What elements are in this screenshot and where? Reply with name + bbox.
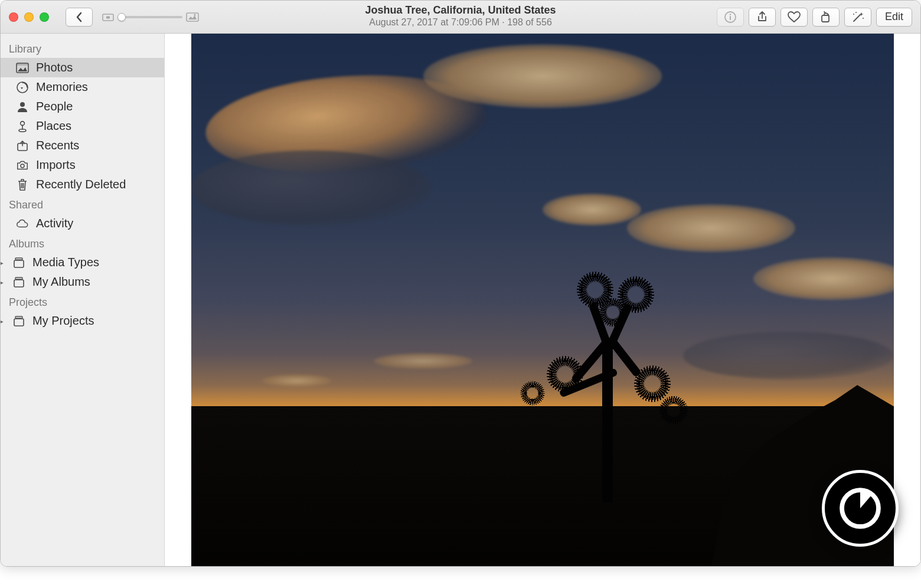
sidebar-item-recently-deleted[interactable]: Recently Deleted: [1, 175, 164, 194]
photo-cloud: [191, 151, 430, 225]
sidebar-item-recents[interactable]: Recents: [1, 136, 164, 155]
close-window-button[interactable]: [9, 12, 18, 22]
stack-icon: [12, 257, 25, 269]
app-window: Joshua Tree, California, United States A…: [0, 0, 921, 567]
sidebar-item-imports[interactable]: Imports: [1, 155, 164, 175]
photo-frame: [165, 34, 920, 566]
section-header-projects: Projects: [1, 292, 164, 311]
svg-rect-24: [14, 319, 24, 326]
sidebar-item-label: Recents: [36, 139, 79, 152]
photo-cloud: [543, 194, 641, 226]
photo-viewer[interactable]: [191, 34, 894, 566]
svg-rect-2: [187, 13, 198, 21]
zoom-out-icon: [102, 12, 114, 22]
chevron-left-icon: [75, 12, 83, 22]
svg-rect-20: [14, 260, 24, 267]
stack-icon: [12, 315, 25, 327]
disclosure-triangle-icon[interactable]: ▶: [1, 316, 5, 326]
section-header-library: Library: [1, 38, 164, 58]
section-header-albums: Albums: [1, 233, 164, 253]
sidebar-item-label: People: [36, 100, 73, 113]
window-body: Library Photos Memories People: [1, 34, 920, 566]
svg-rect-7: [822, 15, 829, 22]
svg-rect-22: [14, 280, 24, 287]
auto-enhance-button[interactable]: [844, 8, 871, 27]
sidebar-item-places[interactable]: Places: [1, 116, 164, 136]
svg-point-16: [19, 129, 26, 131]
sidebar-item-label: My Projects: [32, 314, 94, 328]
sidebar-item-label: Photos: [36, 61, 73, 74]
people-icon: [16, 100, 29, 113]
photo-title: Joshua Tree, California, United States: [365, 4, 556, 17]
disclosure-triangle-icon[interactable]: ▶: [1, 277, 5, 287]
imports-icon: [16, 159, 29, 171]
zoom-in-icon: [186, 12, 199, 22]
rotate-icon: [819, 11, 832, 24]
memories-icon: [16, 81, 29, 94]
zoom-track[interactable]: [117, 16, 182, 18]
info-icon: [724, 11, 737, 24]
photo-cloud: [627, 204, 796, 252]
sidebar-item-memories[interactable]: Memories: [1, 77, 164, 97]
toolbar-right: Edit: [717, 8, 912, 27]
photo-subtitle: August 27, 2017 at 7:09:06 PM · 198 of 5…: [369, 17, 552, 28]
svg-rect-19: [15, 258, 22, 260]
svg-rect-12: [17, 63, 28, 66]
favorite-button[interactable]: [780, 8, 808, 27]
toolbar: Joshua Tree, California, United States A…: [1, 1, 920, 34]
fullscreen-window-button[interactable]: [40, 12, 49, 22]
progress-overlay-badge[interactable]: [822, 470, 899, 547]
minimize-window-button[interactable]: [24, 12, 34, 22]
svg-rect-1: [106, 16, 110, 18]
zoom-slider[interactable]: [102, 12, 199, 22]
sidebar-item-label: My Albums: [32, 275, 90, 289]
section-header-shared: Shared: [1, 194, 164, 214]
svg-point-10: [863, 18, 864, 19]
svg-rect-23: [15, 316, 22, 318]
sidebar-item-label: Imports: [36, 158, 76, 172]
sidebar-item-label: Activity: [36, 217, 73, 230]
sidebar-item-label: Recently Deleted: [36, 178, 126, 191]
sidebar-item-activity[interactable]: Activity: [1, 214, 164, 233]
heart-icon: [787, 11, 801, 24]
info-button[interactable]: [717, 8, 744, 27]
rotate-button[interactable]: [812, 8, 840, 27]
content-area: [165, 34, 920, 566]
edit-button[interactable]: Edit: [876, 8, 912, 27]
wand-icon: [851, 11, 865, 24]
svg-point-9: [855, 12, 857, 13]
svg-point-5: [730, 14, 731, 15]
sidebar-item-media-types[interactable]: ▶ Media Types: [1, 253, 164, 272]
zoom-thumb[interactable]: [117, 13, 126, 21]
window-controls: [9, 12, 49, 22]
photo-cloud: [423, 44, 662, 108]
back-button[interactable]: [66, 8, 93, 27]
photo-joshua-tree: [521, 268, 690, 502]
trash-icon: [16, 178, 29, 191]
sidebar-item-label: Places: [36, 119, 71, 133]
toolbar-left: [9, 8, 199, 27]
sidebar-item-label: Memories: [36, 80, 88, 94]
sidebar: Library Photos Memories People: [1, 34, 165, 566]
svg-point-3: [194, 14, 195, 15]
cloud-icon: [16, 218, 29, 229]
edit-label: Edit: [885, 11, 903, 23]
photo-cloud: [262, 374, 332, 387]
sidebar-item-label: Media Types: [32, 256, 99, 269]
svg-point-14: [20, 102, 25, 107]
disclosure-triangle-icon[interactable]: ▶: [1, 258, 5, 267]
svg-rect-21: [15, 277, 22, 279]
places-icon: [16, 120, 29, 133]
sidebar-item-photos[interactable]: Photos: [1, 58, 164, 77]
share-icon: [756, 11, 769, 24]
sidebar-item-my-albums[interactable]: ▶ My Albums: [1, 272, 164, 292]
svg-rect-6: [730, 16, 731, 20]
svg-point-8: [853, 14, 854, 15]
photos-icon: [16, 63, 29, 73]
share-button[interactable]: [749, 8, 776, 27]
recents-icon: [16, 139, 29, 152]
svg-point-18: [21, 164, 24, 167]
sidebar-item-my-projects[interactable]: ▶ My Projects: [1, 311, 164, 331]
timer-icon: [835, 483, 886, 534]
sidebar-item-people[interactable]: People: [1, 97, 164, 116]
